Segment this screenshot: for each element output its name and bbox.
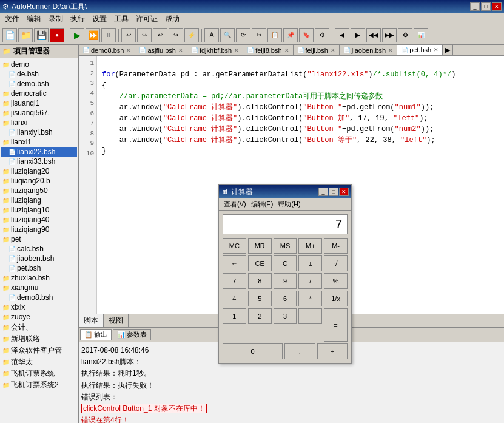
toolbar-action9[interactable]: 🔖 xyxy=(299,28,314,42)
toolbar-new[interactable]: 📄 xyxy=(2,28,17,42)
calc-btn-1[interactable]: 1 xyxy=(223,308,246,324)
tree-item-lianxi22[interactable]: 📄lianxi22.bsh xyxy=(1,147,77,157)
calc-btn-minus[interactable]: - xyxy=(298,308,322,324)
tree-item-zhuxiao[interactable]: 📁zhuxiao.bsh xyxy=(1,273,77,283)
tab-more[interactable]: ▶ xyxy=(443,45,453,55)
menu-record[interactable]: 录制 xyxy=(45,13,67,25)
calc-btn-reciprocal[interactable]: 1/x xyxy=(324,291,348,306)
calc-btn-6[interactable]: 6 xyxy=(274,291,297,306)
calc-btn-backspace[interactable]: ← xyxy=(223,255,246,271)
menu-edit[interactable]: 编辑 xyxy=(23,13,45,25)
calc-btn-0[interactable]: 0 xyxy=(223,343,283,359)
tab-demo8[interactable]: 📄demo8.bsh✕ xyxy=(79,45,135,55)
tree-item-jisuanqi567[interactable]: 📁jisuanqi567. xyxy=(1,108,77,118)
calc-btn-divide[interactable]: / xyxy=(298,273,322,289)
tab-jiaoben[interactable]: 📄jiaoben.bsh✕ xyxy=(340,45,397,55)
tree-item-lianxi33[interactable]: 📄lianxi33.bsh xyxy=(1,157,77,166)
toolbar-run-fast[interactable]: ⏩ xyxy=(86,28,100,42)
toolbar-more4[interactable]: ▶▶ xyxy=(382,28,397,42)
sub-tab-output[interactable]: 📋 输出 xyxy=(80,329,112,340)
tab-fdjkhbf[interactable]: 📄fdjkhbf.bsh✕ xyxy=(187,45,243,55)
maximize-button[interactable]: □ xyxy=(481,2,491,11)
tab-feiji[interactable]: 📄feiji.bsh✕ xyxy=(294,45,340,55)
tree-item-xiangmu[interactable]: 📁xiangmu xyxy=(1,283,77,293)
toolbar-search[interactable]: 🔍 xyxy=(220,28,235,42)
tree-item-xixix[interactable]: 📁xixix xyxy=(1,302,77,312)
project-tree[interactable]: 📁demo 📄de.bsh 📄demo.bsh 📁democratic 📁jis… xyxy=(0,58,78,423)
calc-btn-percent[interactable]: % xyxy=(324,273,348,289)
calc-btn-ce[interactable]: CE xyxy=(248,255,272,271)
calc-btn-plusminus[interactable]: ± xyxy=(298,255,322,271)
toolbar-action3[interactable]: ↩ xyxy=(153,28,167,42)
menu-help[interactable]: 帮助 xyxy=(161,13,183,25)
toolbar-more6[interactable]: 📊 xyxy=(414,28,428,42)
tree-item-kuaiji[interactable]: 📁会计、 xyxy=(1,322,77,333)
menu-tools[interactable]: 工具 xyxy=(110,13,132,25)
toolbar-run[interactable]: ▶ xyxy=(70,28,84,42)
calc-minimize[interactable]: _ xyxy=(318,188,328,196)
calc-btn-mminus[interactable]: M- xyxy=(324,238,348,254)
calc-btn-multiply[interactable]: * xyxy=(298,291,322,306)
toolbar-action10[interactable]: ⚙ xyxy=(315,28,329,42)
tree-item-plane1[interactable]: 📁飞机订票系统 xyxy=(1,368,77,379)
tree-item-lianxi[interactable]: 📁lianxi xyxy=(1,118,77,127)
tree-item-liuziqiang40[interactable]: 📁liuziqiang40 xyxy=(1,215,77,225)
calc-menu-edit[interactable]: 编辑(E) xyxy=(249,199,276,209)
tab-pet[interactable]: 📄pet.bsh✕ xyxy=(397,45,443,55)
calc-btn-4[interactable]: 4 xyxy=(223,291,246,306)
menu-license[interactable]: 许可证 xyxy=(132,13,161,25)
calc-btn-c[interactable]: C xyxy=(274,255,297,271)
calc-btn-ms[interactable]: MS xyxy=(274,238,297,254)
calc-btn-9[interactable]: 9 xyxy=(274,273,297,289)
sub-tab-params[interactable]: 📊 参数表 xyxy=(113,329,151,340)
tree-item-liuziqiang20[interactable]: 📁liuziqiang20 xyxy=(1,166,77,176)
toolbar-font[interactable]: A xyxy=(204,28,219,42)
bottom-tab-script[interactable]: 脚本 xyxy=(79,314,104,327)
calc-menu-view[interactable]: 查看(V) xyxy=(221,199,249,209)
tab-feiji8[interactable]: 📄feiji8.bsh✕ xyxy=(243,45,293,55)
tree-item-calc[interactable]: 📄calc.bsh xyxy=(1,244,77,254)
tree-item-liuziqang50[interactable]: 📁liuziqang50 xyxy=(1,186,77,195)
tree-item-zezhong[interactable]: 📁泽众软件客户管 xyxy=(1,345,77,356)
tree-item-liuziqiang[interactable]: 📁liuziqiang xyxy=(1,195,77,205)
tree-item-liuqiang20b[interactable]: 📁liuqiang20.b xyxy=(1,176,77,186)
calc-btn-3[interactable]: 3 xyxy=(274,308,297,324)
calc-btn-8[interactable]: 8 xyxy=(248,273,272,289)
tree-item-fanhuatai[interactable]: 📁范华太 xyxy=(1,356,77,368)
bottom-tab-view[interactable]: 视图 xyxy=(104,314,129,327)
menu-file[interactable]: 文件 xyxy=(1,13,23,25)
menu-settings[interactable]: 设置 xyxy=(89,13,110,25)
calc-btn-mr[interactable]: MR xyxy=(248,238,272,254)
toolbar-more2[interactable]: ▶ xyxy=(351,28,365,42)
calc-maximize[interactable]: □ xyxy=(329,188,338,196)
tree-item-de-bsh[interactable]: 📄de.bsh xyxy=(1,69,77,79)
tree-item-demo8[interactable]: 📄demo8.bsh xyxy=(1,293,77,302)
toolbar-replace[interactable]: ⟳ xyxy=(236,28,250,42)
toolbar-more5[interactable]: ⚙ xyxy=(398,28,412,42)
toolbar-action7[interactable]: 📋 xyxy=(267,28,282,42)
calc-btn-sqrt[interactable]: √ xyxy=(324,255,348,271)
calc-btn-plus[interactable]: + xyxy=(317,343,348,359)
tree-item-jisuanqi1[interactable]: 📁jisuanqi1 xyxy=(1,98,77,108)
toolbar-more3[interactable]: ◀◀ xyxy=(366,28,381,42)
toolbar-more1[interactable]: ◀ xyxy=(335,28,349,42)
calc-btn-mc[interactable]: MC xyxy=(223,238,246,254)
tree-item-xinzeng[interactable]: 📁新增联络 xyxy=(1,333,77,345)
calc-btn-5[interactable]: 5 xyxy=(248,291,272,306)
minimize-button[interactable]: _ xyxy=(470,2,480,11)
close-button[interactable]: ✕ xyxy=(492,2,502,11)
tree-item-jiaoben[interactable]: 📄jiaoben.bsh xyxy=(1,254,77,263)
toolbar-action5[interactable]: ⚡ xyxy=(184,28,199,42)
calc-btn-mplus[interactable]: M+ xyxy=(298,238,322,254)
calc-menu-help[interactable]: 帮助(H) xyxy=(275,199,303,209)
toolbar-open[interactable]: 📁 xyxy=(18,28,33,42)
toolbar-undo[interactable]: ↩ xyxy=(121,28,136,42)
calc-btn-equals[interactable]: = xyxy=(324,308,348,342)
tree-item-lianxi1[interactable]: 📁lianxi1 xyxy=(1,137,77,147)
tree-item-pet-bsh[interactable]: 📄pet.bsh xyxy=(1,263,77,273)
toolbar-redo[interactable]: ↪ xyxy=(137,28,152,42)
tree-item-pet[interactable]: 📁pet xyxy=(1,234,77,244)
toolbar-action4[interactable]: ↪ xyxy=(169,28,183,42)
tree-item-democratic[interactable]: 📁democratic xyxy=(1,89,77,98)
calc-btn-dot[interactable]: . xyxy=(284,343,315,359)
